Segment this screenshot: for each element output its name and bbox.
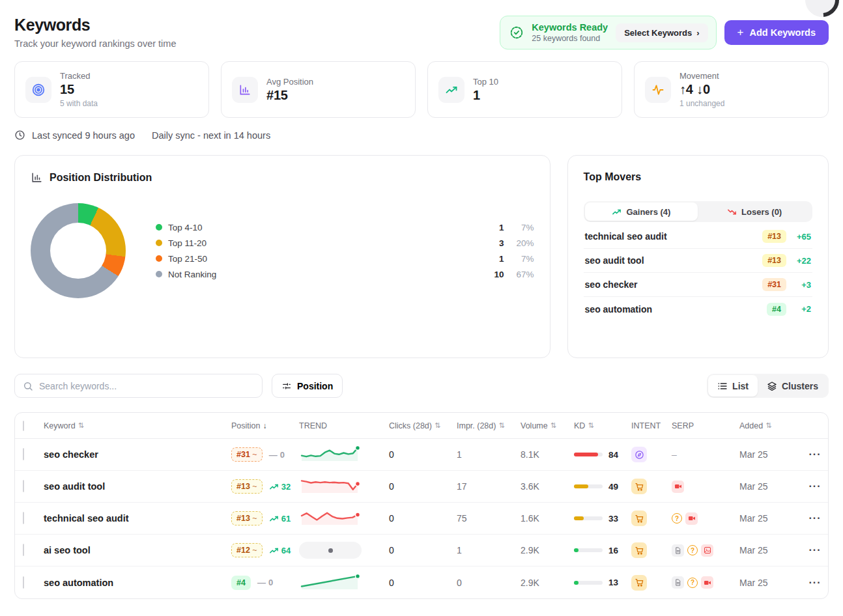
row-menu-button[interactable]: ··· (809, 449, 822, 460)
sort-desc-icon[interactable]: ↓ (263, 421, 266, 430)
select-keywords-button[interactable]: Select Keywords › (616, 23, 707, 42)
stat-value: ↑4 ↓0 (679, 82, 724, 97)
trend-sparkline (299, 444, 362, 462)
column-header-keyword[interactable]: Keyword⇅ (44, 421, 231, 430)
legend-count: 10 (478, 270, 504, 279)
column-header-position[interactable]: Position↓ (231, 421, 299, 430)
bar-chart-icon (31, 171, 43, 184)
position-cell: #12 ~64 (231, 543, 299, 557)
sort-icon[interactable]: ⇅ (435, 421, 440, 430)
legend-label: Top 11-20 (168, 238, 207, 248)
column-header-intent[interactable]: INTENT (631, 421, 672, 430)
row-menu-button[interactable]: ··· (809, 544, 822, 556)
mover-change: +3 (786, 280, 811, 290)
column-header-kd[interactable]: KD⇅ (574, 421, 631, 430)
sort-icon[interactable]: ⇅ (588, 421, 593, 430)
table-toolbar: Position List Clusters (14, 374, 829, 398)
mover-row[interactable]: seo automation#4+2 (584, 297, 812, 321)
keyword-cell[interactable]: seo checker (44, 449, 231, 460)
stat-label: Tracked (60, 71, 98, 81)
distribution-legend: Top 4-1017%Top 11-20320%Top 21-5017%Not … (141, 223, 534, 279)
legend-dot (156, 240, 162, 246)
position-badge: #12 ~ (231, 543, 263, 557)
column-header-trend[interactable]: TREND (299, 421, 389, 430)
stat-sub: 1 unchanged (679, 99, 724, 108)
position-badge: #4 (231, 576, 251, 590)
mover-row[interactable]: technical seo audit#13+65 (584, 225, 812, 249)
banner-subtitle: 25 keywords found (532, 34, 608, 43)
view-list-label: List (732, 381, 749, 391)
image-serp-icon (701, 544, 713, 557)
kd-cell: 49 (574, 482, 631, 492)
mover-change: +65 (786, 232, 811, 242)
row-menu-button[interactable]: ··· (809, 512, 822, 524)
banner-text: Keywords Ready 25 keywords found (532, 22, 608, 43)
kd-value: 84 (608, 450, 618, 460)
volume-cell: 3.6K (521, 481, 574, 492)
document-serp-icon (672, 576, 684, 589)
row-checkbox-cell (15, 512, 44, 524)
search-input[interactable] (39, 381, 254, 391)
list-icon (717, 381, 728, 391)
trend-flat-indicator (299, 542, 362, 559)
column-header-serp[interactable]: SERP (672, 421, 739, 430)
row-menu-button[interactable]: ··· (809, 577, 822, 589)
row-checkbox[interactable] (23, 512, 24, 524)
keyword-cell[interactable]: seo automation (44, 578, 231, 588)
view-list-button[interactable]: List (708, 375, 758, 397)
keyword-cell[interactable]: technical seo audit (44, 513, 231, 524)
sort-icon[interactable]: ⇅ (78, 421, 84, 430)
mover-position-badge: #31 (762, 278, 786, 291)
bar-chart-icon (232, 77, 258, 103)
sort-icon[interactable]: ⇅ (765, 421, 771, 430)
mover-position-badge: #13 (762, 230, 786, 243)
mover-row[interactable]: seo audit tool#13+22 (584, 249, 812, 273)
layers-icon (767, 381, 777, 391)
column-header-impr-28d-[interactable]: Impr. (28d)⇅ (457, 421, 521, 430)
clicks-cell: 0 (389, 545, 457, 555)
search-box[interactable] (14, 374, 263, 398)
added-cell: Mar 25 (739, 513, 802, 524)
row-checkbox[interactable] (23, 576, 24, 589)
impressions-cell: 0 (457, 578, 521, 588)
stat-card-top10: Top 10 1 (427, 61, 622, 118)
document-serp-icon (672, 544, 684, 557)
trending-up-icon (269, 482, 279, 492)
table-row: technical seo audit#13 ~61 0751.6K33?Mar… (15, 503, 828, 535)
mover-change: +2 (786, 304, 811, 314)
top-movers-list: technical seo audit#13+65seo audit tool#… (584, 225, 812, 321)
mover-row[interactable]: seo checker#31+3 (584, 273, 812, 297)
select-all-checkbox[interactable] (23, 421, 24, 431)
tab-losers[interactable]: Losers (0) (698, 203, 811, 221)
legend-row: Top 11-20320% (156, 238, 534, 248)
position-distribution-card: Position Distribution Top 4-1017%Top 11-… (14, 155, 550, 358)
row-menu-button[interactable]: ··· (809, 481, 822, 492)
intent-cell (631, 511, 672, 526)
sort-icon[interactable]: ⇅ (550, 421, 556, 430)
tab-gainers[interactable]: Gainers (4) (585, 203, 698, 221)
column-header-volume[interactable]: Volume⇅ (521, 421, 574, 430)
kd-bar (574, 548, 603, 552)
impressions-cell: 17 (457, 481, 521, 492)
keyword-cell[interactable]: seo audit tool (44, 481, 231, 492)
select-keywords-label: Select Keywords (624, 28, 692, 38)
add-keywords-button[interactable]: + Add Keywords (724, 20, 829, 45)
legend-pct: 7% (504, 223, 534, 232)
sort-icon[interactable]: ⇅ (498, 421, 504, 430)
impressions-cell: 75 (457, 513, 521, 524)
row-checkbox[interactable] (23, 448, 24, 460)
top-movers-title: Top Movers (584, 171, 812, 183)
stat-label: Top 10 (473, 77, 498, 87)
page-title-block: Keywords Track your keyword rankings ove… (14, 16, 176, 49)
row-checkbox[interactable] (23, 544, 24, 556)
activity-icon (645, 77, 671, 103)
added-cell: Mar 25 (739, 545, 802, 555)
column-header-clicks-28d-[interactable]: Clicks (28d)⇅ (389, 421, 457, 430)
row-checkbox[interactable] (23, 480, 24, 492)
column-header-added[interactable]: Added⇅ (739, 421, 802, 430)
chevron-right-icon: › (696, 28, 699, 38)
position-filter-button[interactable]: Position (272, 374, 343, 398)
view-clusters-button[interactable]: Clusters (758, 375, 827, 397)
keyword-cell[interactable]: ai seo tool (44, 545, 231, 555)
legend-count: 1 (478, 223, 504, 232)
